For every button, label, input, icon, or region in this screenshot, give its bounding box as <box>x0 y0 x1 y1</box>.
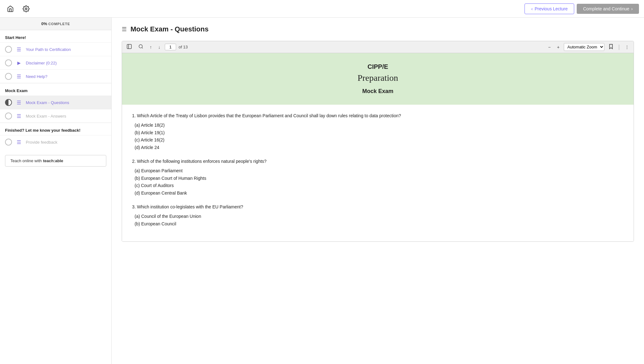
pdf-header: CIPP/E Preparation Mock Exam <box>122 53 634 105</box>
pdf-next-page-button[interactable]: ↓ <box>156 43 162 51</box>
chevron-left-icon: ‹ <box>531 6 533 11</box>
sidebar-item-label: Need Help? <box>26 74 47 79</box>
question-3-text: 3. Which institution co-legislates with … <box>132 203 624 211</box>
circle-empty-icon <box>5 113 12 119</box>
pdf-sidebar-toggle[interactable] <box>125 42 134 52</box>
section-title-start: Start Here! <box>0 30 111 42</box>
pdf-toolbar: ↑ ↓ of 13 − + Automatic Zoom | ⋮ <box>122 41 634 53</box>
sidebar-item-mock-questions[interactable]: ☰ Mock Exam - Questions <box>0 96 111 109</box>
question-2-text: 2. Which of the following institutions e… <box>132 158 624 165</box>
circle-empty-icon <box>5 59 12 66</box>
teachable-label: Teach online with <box>10 158 42 163</box>
question-1-text: 1. Which Article of the Treaty of Lisbon… <box>132 112 624 120</box>
sidebar-item-path-cert[interactable]: ☰ Your Path to Certification <box>0 42 111 56</box>
sidebar-item-label: Provide feedback <box>26 140 57 145</box>
question-2-block: 2. Which of the following institutions e… <box>132 158 624 197</box>
pdf-content: CIPP/E Preparation Mock Exam 1. Which Ar… <box>122 53 634 241</box>
nav-right: ‹ Previous Lecture Complete and Continue… <box>525 3 639 14</box>
question-2-option-d: (d) European Central Bank <box>132 190 624 197</box>
svg-point-3 <box>139 45 142 48</box>
question-3-block: 3. Which institution co-legislates with … <box>132 203 624 228</box>
question-1-content: Which Article of the Treaty of Lisbon pr… <box>137 113 401 118</box>
question-2-option-b: (b) European Court of Human Rights <box>132 175 624 182</box>
teachable-brand: teach:able <box>43 158 63 163</box>
pdf-search-button[interactable] <box>136 43 145 51</box>
sidebar: 0% COMPLETE Start Here! ☰ Your Path to C… <box>0 18 112 364</box>
pdf-bookmark-button[interactable] <box>607 42 615 52</box>
sidebar-item-label: Disclaimer (0:22) <box>26 61 57 65</box>
pdf-more-button[interactable]: ⋮ <box>623 43 631 51</box>
section-title-mock-exam: Mock Exam <box>0 83 111 96</box>
pdf-zoom-out-button[interactable]: − <box>546 43 552 51</box>
question-2-content: Which of the following institutions enfo… <box>137 159 267 164</box>
pdf-questions-body: 1. Which Article of the Treaty of Lisbon… <box>122 105 634 241</box>
sidebar-item-label: Mock Exam - Answers <box>26 114 66 119</box>
circle-empty-icon <box>5 46 12 53</box>
lines-icon: ☰ <box>16 113 22 119</box>
content-title: Mock Exam - Questions <box>130 25 208 33</box>
previous-lecture-label: Previous Lecture <box>535 6 568 11</box>
svg-point-0 <box>25 8 27 10</box>
lines-icon: ☰ <box>16 47 22 52</box>
chevron-right-icon: › <box>631 6 633 11</box>
progress-section: 0% COMPLETE <box>0 18 111 30</box>
pdf-prev-page-button[interactable]: ↑ <box>148 43 154 51</box>
home-button[interactable] <box>5 3 16 14</box>
content-title-row: ☰ Mock Exam - Questions <box>122 25 634 33</box>
question-1-option-a: (a) Article 18(2) <box>132 122 624 129</box>
pdf-header-subtitle: Mock Exam <box>130 88 626 95</box>
previous-lecture-button[interactable]: ‹ Previous Lecture <box>525 3 574 14</box>
question-1-block: 1. Which Article of the Treaty of Lisbon… <box>132 112 624 152</box>
settings-button[interactable] <box>21 3 31 14</box>
pdf-separator: | <box>618 44 620 50</box>
progress-label: COMPLETE <box>48 22 70 26</box>
complete-continue-button[interactable]: Complete and Continue › <box>577 4 639 14</box>
question-3-content: Which institution co-legislates with the… <box>137 204 243 209</box>
pdf-zoom-select[interactable]: Automatic Zoom <box>564 43 604 51</box>
question-2-option-c: (c) Court of Auditors <box>132 182 624 190</box>
pdf-page-input[interactable] <box>165 44 176 50</box>
question-3-option-b: (b) European Council <box>132 220 624 228</box>
sidebar-item-mock-answers[interactable]: ☰ Mock Exam - Answers <box>0 109 111 123</box>
lines-icon: ☰ <box>16 100 22 106</box>
complete-continue-label: Complete and Continue <box>583 6 629 11</box>
sidebar-item-need-help[interactable]: ☰ Need Help? <box>0 69 111 83</box>
question-1-option-c: (c) Article 16(2) <box>132 136 624 144</box>
sidebar-item-disclaimer[interactable]: ▶ Disclaimer (0:22) <box>0 56 111 69</box>
pdf-header-script: Preparation <box>130 73 626 83</box>
question-1-option-b: (b) Article 19(1) <box>132 129 624 137</box>
sidebar-item-label: Mock Exam - Questions <box>26 100 69 105</box>
main-layout: 0% COMPLETE Start Here! ☰ Your Path to C… <box>0 18 644 364</box>
question-1-option-d: (d) Article 24 <box>132 144 624 152</box>
nav-left <box>5 3 31 14</box>
progress-percent: 0% <box>41 21 47 26</box>
hamburger-icon: ☰ <box>122 26 127 33</box>
lines-icon: ☰ <box>16 139 22 145</box>
question-2-option-a: (a) European Parliament <box>132 167 624 175</box>
section-title-feedback: Finished? Let me know your feedback! <box>0 123 111 135</box>
svg-rect-1 <box>127 44 131 49</box>
pdf-total-pages: of 13 <box>179 45 188 49</box>
lines-icon: ☰ <box>16 74 22 80</box>
question-3-option-a: (a) Council of the European Union <box>132 213 624 220</box>
circle-half-icon <box>5 99 12 106</box>
pdf-header-title: CIPP/E <box>130 63 626 70</box>
svg-line-4 <box>142 47 143 48</box>
video-icon: ▶ <box>16 60 22 65</box>
circle-empty-icon <box>5 139 12 146</box>
sidebar-item-label: Your Path to Certification <box>26 47 71 52</box>
circle-empty-icon <box>5 73 12 80</box>
content-area: ☰ Mock Exam - Questions <box>112 18 644 364</box>
top-navigation: ‹ Previous Lecture Complete and Continue… <box>0 0 644 18</box>
teachable-button[interactable]: Teach online with teach:able <box>5 155 106 167</box>
pdf-zoom-in-button[interactable]: + <box>555 43 561 51</box>
pdf-viewer: ↑ ↓ of 13 − + Automatic Zoom | ⋮ <box>122 41 634 242</box>
sidebar-item-feedback[interactable]: ☰ Provide feedback <box>0 135 111 149</box>
